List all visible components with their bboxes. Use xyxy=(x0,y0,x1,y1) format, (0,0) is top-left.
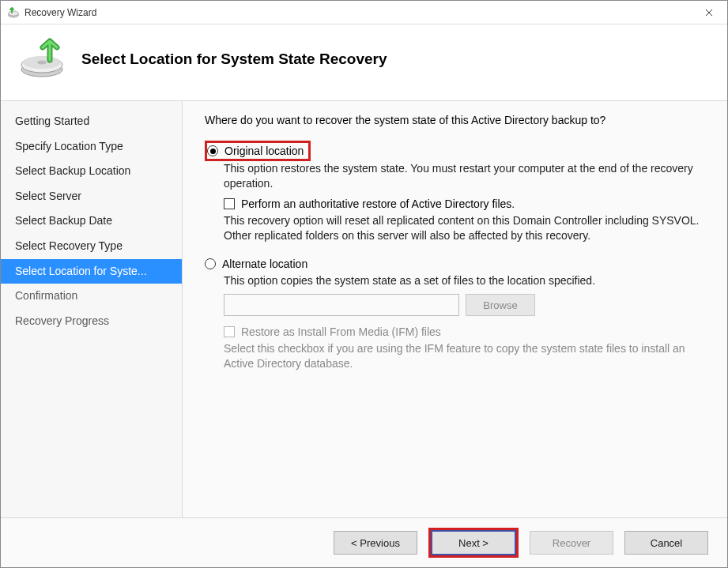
titlebar-left: Recovery Wizard xyxy=(7,6,96,19)
wizard-step-list: Getting Started Specify Location Type Se… xyxy=(1,101,183,517)
original-location-radio[interactable] xyxy=(207,145,218,156)
close-button[interactable] xyxy=(691,1,727,24)
step-select-location-system-state[interactable]: Select Location for Syste... xyxy=(1,259,182,284)
authoritative-restore-checkbox[interactable] xyxy=(224,198,235,209)
step-select-server[interactable]: Select Server xyxy=(1,184,182,209)
wizard-icon xyxy=(18,36,67,82)
alternate-location-label[interactable]: Alternate location xyxy=(222,258,307,270)
titlebar: Recovery Wizard xyxy=(1,1,727,24)
step-select-backup-location[interactable]: Select Backup Location xyxy=(1,159,182,184)
ifm-row: Restore as Install From Media (IFM) file… xyxy=(224,325,703,338)
next-button[interactable]: Next > xyxy=(432,531,515,555)
alternate-location-radio[interactable] xyxy=(205,258,216,269)
page-question: Where do you want to recover the system … xyxy=(205,114,703,126)
page-title: Select Location for System State Recover… xyxy=(81,51,387,68)
original-location-label[interactable]: Original location xyxy=(224,145,304,157)
window-title: Recovery Wizard xyxy=(25,7,96,18)
browse-button[interactable]: Browse xyxy=(466,294,535,316)
original-location-section: Original location This option restores t… xyxy=(205,141,703,243)
content-area: Getting Started Specify Location Type Se… xyxy=(1,100,727,518)
alternate-location-desc: This option copies the system state as a… xyxy=(224,273,703,288)
wizard-footer: < Previous Next > Recover Cancel xyxy=(1,518,727,567)
authoritative-restore-row[interactable]: Perform an authoritative restore of Acti… xyxy=(224,197,703,210)
step-recovery-progress[interactable]: Recovery Progress xyxy=(1,309,182,334)
svg-point-5 xyxy=(37,61,47,65)
recover-button[interactable]: Recover xyxy=(530,531,613,555)
alternate-path-row: Browse xyxy=(224,294,703,316)
svg-point-1 xyxy=(9,11,19,16)
step-getting-started[interactable]: Getting Started xyxy=(1,109,182,134)
header: Select Location for System State Recover… xyxy=(1,24,727,100)
step-specify-location-type[interactable]: Specify Location Type xyxy=(1,134,182,160)
authoritative-restore-desc: This recovery option will reset all repl… xyxy=(224,213,703,243)
app-icon xyxy=(7,6,20,19)
alternate-path-input[interactable] xyxy=(224,294,459,316)
step-confirmation[interactable]: Confirmation xyxy=(1,284,182,309)
ifm-desc: Select this checkbox if you are using th… xyxy=(224,341,703,371)
original-location-desc: This option restores the system state. Y… xyxy=(224,161,703,191)
authoritative-restore-label: Perform an authoritative restore of Acti… xyxy=(241,197,515,210)
previous-button[interactable]: < Previous xyxy=(334,531,417,555)
ifm-checkbox xyxy=(224,326,235,337)
highlight-next-button: Next > xyxy=(428,528,519,558)
ifm-label: Restore as Install From Media (IFM) file… xyxy=(241,325,441,338)
alternate-location-section: Alternate location This option copies th… xyxy=(205,258,703,372)
highlight-original-location: Original location xyxy=(205,141,311,161)
step-select-recovery-type[interactable]: Select Recovery Type xyxy=(1,234,182,259)
step-select-backup-date[interactable]: Select Backup Date xyxy=(1,209,182,234)
cancel-button[interactable]: Cancel xyxy=(624,531,708,555)
wizard-page-panel: Where do you want to recover the system … xyxy=(183,101,727,517)
